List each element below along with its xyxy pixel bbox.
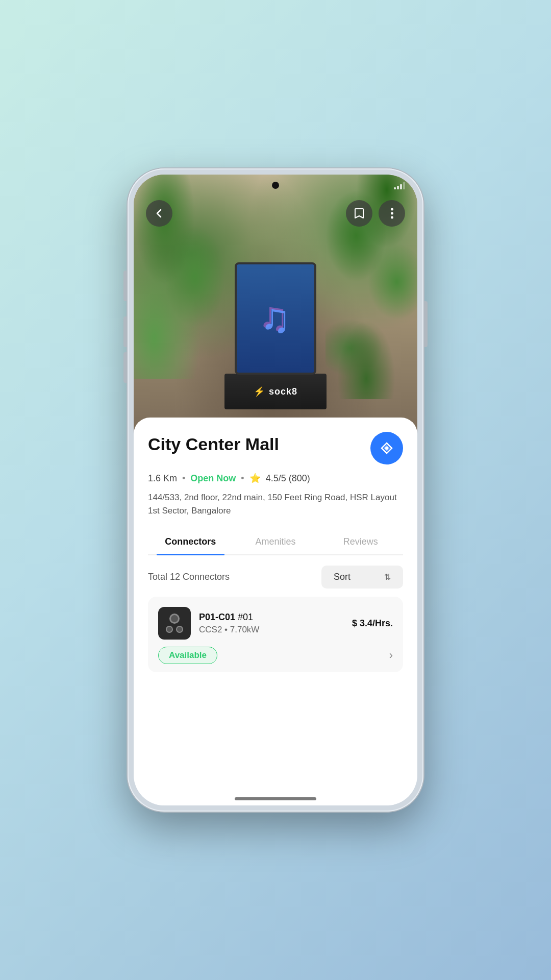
status-icons bbox=[394, 182, 405, 189]
tab-amenities[interactable]: Amenities bbox=[233, 529, 318, 554]
back-button[interactable] bbox=[146, 200, 172, 227]
lightning-icon: ⚡ bbox=[254, 386, 265, 397]
connector-specs-label: CCS2 • 7.70kW bbox=[199, 625, 259, 635]
station-screen: ♫ bbox=[235, 262, 316, 375]
more-options-button[interactable] bbox=[379, 200, 405, 227]
phone-screen: ♫ ⚡ sock8 City Center Mall bbox=[134, 175, 417, 805]
svg-point-2 bbox=[391, 216, 393, 219]
station-address: 144/533, 2nd floor, 22nd main, 150 Feet … bbox=[148, 491, 403, 517]
svg-point-0 bbox=[391, 208, 393, 211]
station-meta: 1.6 Km • Open Now • ⭐ 4.5/5 (800) bbox=[148, 473, 403, 484]
phone-frame: ♫ ⚡ sock8 City Center Mall bbox=[128, 168, 423, 812]
connector-name-label: P01-C01 #01 bbox=[199, 612, 259, 623]
connector-chevron-icon[interactable]: › bbox=[389, 649, 393, 662]
tab-reviews[interactable]: Reviews bbox=[318, 529, 403, 554]
distance-label: 1.6 Km bbox=[148, 473, 177, 484]
connectors-header: Total 12 Connectors Sort ⇅ bbox=[148, 555, 403, 597]
connector-list-item: P01-C01 #01 CCS2 • 7.70kW $ 3.4/Hrs. bbox=[148, 597, 403, 672]
plants-decoration bbox=[325, 297, 407, 399]
connector-icon bbox=[158, 607, 191, 640]
station-base: ⚡ sock8 bbox=[224, 374, 327, 409]
home-indicator[interactable] bbox=[235, 797, 316, 800]
screen-content: ♫ bbox=[260, 295, 291, 342]
svg-point-1 bbox=[391, 212, 393, 215]
open-status-label: Open Now bbox=[190, 473, 236, 484]
connector-price-label: $ 3.4/Hrs. bbox=[352, 618, 393, 629]
rating-label: 4.5/5 (800) bbox=[266, 473, 310, 484]
total-connectors-label: Total 12 Connectors bbox=[148, 572, 230, 582]
connector-details: P01-C01 #01 CCS2 • 7.70kW bbox=[199, 612, 259, 635]
front-camera bbox=[272, 182, 279, 189]
navigate-button[interactable] bbox=[370, 432, 403, 464]
tab-connectors[interactable]: Connectors bbox=[148, 529, 233, 554]
hero-image: ♫ ⚡ sock8 bbox=[134, 175, 417, 440]
connector-left-section: P01-C01 #01 CCS2 • 7.70kW bbox=[158, 607, 259, 640]
bookmark-button[interactable] bbox=[346, 200, 372, 227]
sort-button[interactable]: Sort ⇅ bbox=[321, 566, 403, 589]
svg-point-3 bbox=[385, 447, 388, 450]
info-card: City Center Mall 1.6 Km • Open Now • ⭐ 4… bbox=[134, 418, 417, 805]
station-title: City Center Mall bbox=[148, 434, 362, 455]
star-icon: ⭐ bbox=[249, 473, 261, 484]
charging-station-visual: ♫ ⚡ sock8 bbox=[230, 262, 321, 409]
card-header: City Center Mall bbox=[148, 434, 403, 464]
brand-label: sock8 bbox=[269, 386, 297, 397]
availability-badge: Available bbox=[158, 647, 217, 664]
connector-bottom-row: Available › bbox=[158, 640, 393, 672]
signal-icon bbox=[394, 182, 405, 189]
connector-top-row: P01-C01 #01 CCS2 • 7.70kW $ 3.4/Hrs. bbox=[158, 607, 393, 640]
tabs-container: Connectors Amenities Reviews bbox=[148, 529, 403, 555]
sort-chevron-icon: ⇅ bbox=[384, 572, 391, 582]
